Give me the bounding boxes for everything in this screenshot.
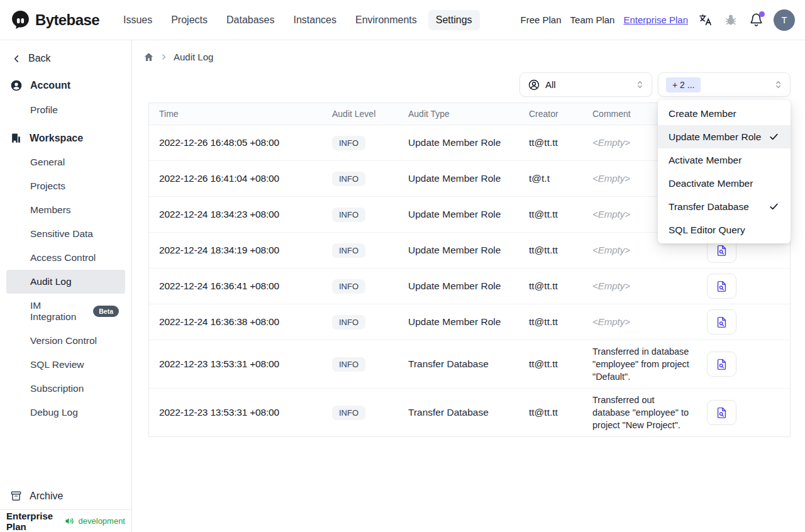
sidebar-item-profile[interactable]: Profile <box>0 98 125 122</box>
row-audit-type: Transfer Database <box>408 407 529 418</box>
plan-link-team-plan[interactable]: Team Plan <box>570 14 615 25</box>
check-icon <box>769 201 779 212</box>
sidebar-item-general[interactable]: General <box>0 150 125 174</box>
filter-row: All + 2 ... Create Member Update Membe <box>148 72 791 97</box>
view-detail-button[interactable] <box>707 400 736 425</box>
sidebar-footer: Enterprise Plan development <box>0 509 131 532</box>
row-comment: <Empty> <box>592 316 701 328</box>
audit-level-badge: INFO <box>332 136 365 150</box>
sidebar-item-projects[interactable]: Projects <box>0 174 125 198</box>
view-detail-button[interactable] <box>707 352 736 377</box>
row-time: 2022-12-23 13:53:31 +08:00 <box>159 407 332 418</box>
sidebar-item-sql-review[interactable]: SQL Review <box>0 353 125 377</box>
table-row: 2022-12-24 16:36:41 +08:00 INFO Update M… <box>149 269 790 304</box>
menu-item-sql-editor-query[interactable]: SQL Editor Query <box>658 218 791 241</box>
row-creator: tt@tt.tt <box>529 316 592 328</box>
breadcrumb-page: Audit Log <box>174 52 213 62</box>
row-audit-type: Update Member Role <box>408 316 529 328</box>
env-label: development <box>79 516 125 526</box>
plan-link-enterprise-plan[interactable]: Enterprise Plan <box>623 14 688 25</box>
nav-link-projects[interactable]: Projects <box>164 10 215 30</box>
main-content: Audit Log All + 2 ... <box>132 40 805 532</box>
archive-label: Archive <box>30 490 63 502</box>
notification-dot <box>759 11 765 17</box>
row-comment: <Empty> <box>592 244 701 257</box>
sidebar-item-access-control[interactable]: Access Control <box>0 246 125 270</box>
file-search-icon <box>715 244 728 257</box>
row-comment: <Empty> <box>592 280 701 292</box>
sidebar-item-version-control[interactable]: Version Control <box>0 329 125 353</box>
avatar[interactable]: T <box>774 9 795 31</box>
bell-icon[interactable] <box>748 13 763 28</box>
sidebar-item-audit-log[interactable]: Audit Log <box>6 270 125 294</box>
sidebar-item-sensitive-data[interactable]: Sensitive Data <box>0 222 125 246</box>
plan-link-free-plan[interactable]: Free Plan <box>521 14 562 25</box>
bytebase-logo[interactable]: Bytebase <box>10 9 99 30</box>
home-icon[interactable] <box>143 52 154 62</box>
row-time: 2022-12-24 18:34:19 +08:00 <box>159 245 332 256</box>
back-button[interactable]: Back <box>0 48 131 69</box>
app-window: Bytebase IssuesProjectsDatabasesInstance… <box>0 0 805 532</box>
translate-icon[interactable] <box>698 13 713 28</box>
row-time: 2022-12-26 16:41:04 +08:00 <box>159 173 332 184</box>
audit-level-badge: INFO <box>332 406 365 420</box>
user-circle-icon <box>10 79 23 92</box>
section-workspace: Workspace <box>0 126 131 150</box>
col-creator: Creator <box>529 109 592 119</box>
row-time: 2022-12-24 16:36:38 +08:00 <box>159 316 332 328</box>
file-search-icon <box>715 406 728 419</box>
menu-item-deactivate-member[interactable]: Deactivate Member <box>658 172 791 195</box>
sidebar-item-debug-log[interactable]: Debug Log <box>0 401 125 424</box>
sidebar-nav: AccountProfileWorkspaceGeneralProjectsMe… <box>0 69 131 424</box>
row-comment: Transferred in database "employee" from … <box>592 345 701 383</box>
table-row: 2022-12-24 16:36:38 +08:00 INFO Update M… <box>149 304 790 340</box>
chevron-right-icon <box>160 53 168 61</box>
type-filter-tag: + 2 ... <box>666 77 701 92</box>
audit-level-badge: INFO <box>332 172 365 186</box>
chevron-updown-icon <box>635 79 645 90</box>
bug-icon[interactable] <box>723 13 738 28</box>
row-creator: tt@tt.tt <box>529 407 592 418</box>
row-creator: t@t.t <box>529 173 592 184</box>
sidebar-item-members[interactable]: Members <box>0 198 125 222</box>
plan-links: Free PlanTeam PlanEnterprise Plan <box>521 14 688 25</box>
sidebar-item-subscription[interactable]: Subscription <box>0 377 125 401</box>
sidebar-item-im-integration[interactable]: IM IntegrationBeta <box>0 294 125 329</box>
file-search-icon <box>715 358 728 371</box>
top-nav: Bytebase IssuesProjectsDatabasesInstance… <box>0 0 805 40</box>
user-icon <box>528 79 540 91</box>
row-audit-type: Transfer Database <box>408 358 529 370</box>
speaker-icon[interactable] <box>64 516 75 526</box>
chevron-updown-icon <box>773 79 784 90</box>
creator-filter-select[interactable]: All <box>519 72 652 97</box>
file-search-icon <box>715 316 728 329</box>
archive-button[interactable]: Archive <box>0 482 131 509</box>
plan-label: Enterprise Plan <box>6 511 60 532</box>
audit-level-badge: INFO <box>332 279 365 294</box>
nav-link-databases[interactable]: Databases <box>219 10 282 30</box>
table-row: 2022-12-23 13:53:31 +08:00 INFO Transfer… <box>149 340 790 389</box>
nav-link-instances[interactable]: Instances <box>286 10 343 30</box>
row-creator: tt@tt.tt <box>529 245 592 256</box>
row-time: 2022-12-24 18:34:23 +08:00 <box>159 209 332 220</box>
row-time: 2022-12-23 13:53:31 +08:00 <box>159 358 332 370</box>
table-row: 2022-12-23 13:53:31 +08:00 INFO Transfer… <box>149 389 790 436</box>
nav-link-settings[interactable]: Settings <box>428 10 480 30</box>
audit-level-badge: INFO <box>332 315 365 330</box>
section-account: Account <box>0 73 131 98</box>
back-label: Back <box>28 53 51 64</box>
type-filter-menu: Create Member Update Member Role Activat… <box>658 100 791 243</box>
menu-item-create-member[interactable]: Create Member <box>658 102 791 125</box>
view-detail-button[interactable] <box>707 274 736 299</box>
breadcrumb: Audit Log <box>143 49 791 64</box>
row-audit-type: Update Member Role <box>408 137 529 148</box>
menu-item-update-member-role[interactable]: Update Member Role <box>658 125 791 148</box>
menu-item-activate-member[interactable]: Activate Member <box>658 148 791 172</box>
menu-item-transfer-database[interactable]: Transfer Database <box>658 195 791 218</box>
nav-link-issues[interactable]: Issues <box>116 10 160 30</box>
view-detail-button[interactable] <box>707 309 736 335</box>
audit-level-badge: INFO <box>332 208 365 222</box>
type-filter-select[interactable]: + 2 ... <box>658 72 791 97</box>
nav-link-environments[interactable]: Environments <box>348 10 425 30</box>
col-audit-level: Audit Level <box>332 109 408 119</box>
